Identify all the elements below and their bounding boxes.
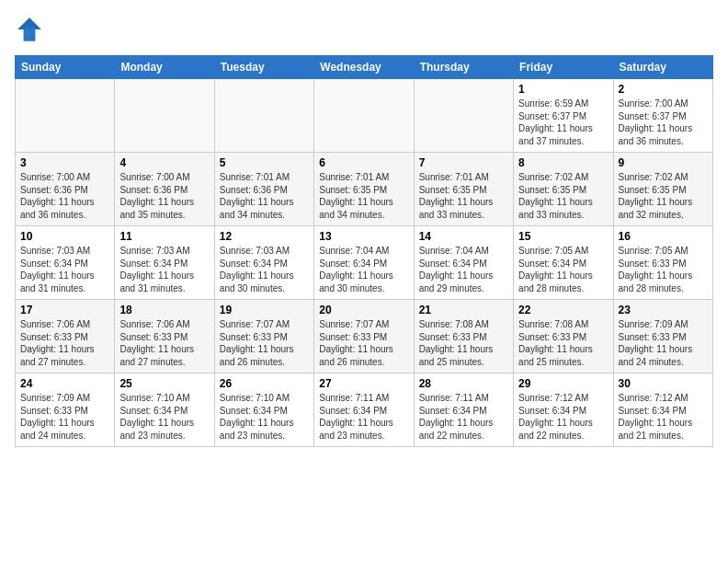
day-number: 24 bbox=[20, 377, 109, 390]
day-info: Sunrise: 7:01 AM Sunset: 6:36 PM Dayligh… bbox=[220, 171, 309, 221]
calendar-header-friday: Friday bbox=[514, 56, 613, 79]
calendar-cell: 5Sunrise: 7:01 AM Sunset: 6:36 PM Daylig… bbox=[214, 153, 313, 226]
calendar-cell: 17Sunrise: 7:06 AM Sunset: 6:33 PM Dayli… bbox=[16, 300, 115, 373]
calendar-cell bbox=[214, 79, 313, 153]
day-number: 19 bbox=[220, 304, 309, 316]
calendar-header-wednesday: Wednesday bbox=[314, 56, 414, 79]
calendar-cell: 21Sunrise: 7:08 AM Sunset: 6:33 PM Dayli… bbox=[414, 300, 513, 373]
day-info: Sunrise: 7:03 AM Sunset: 6:34 PM Dayligh… bbox=[119, 245, 209, 294]
calendar-header-tuesday: Tuesday bbox=[214, 56, 313, 79]
day-info: Sunrise: 7:09 AM Sunset: 6:33 PM Dayligh… bbox=[619, 318, 708, 368]
day-info: Sunrise: 7:10 AM Sunset: 6:34 PM Dayligh… bbox=[119, 392, 209, 442]
day-info: Sunrise: 7:00 AM Sunset: 6:36 PM Dayligh… bbox=[119, 171, 209, 221]
day-number: 18 bbox=[119, 304, 209, 316]
calendar-cell: 9Sunrise: 7:02 AM Sunset: 6:35 PM Daylig… bbox=[613, 153, 712, 226]
calendar-cell: 2Sunrise: 7:00 AM Sunset: 6:37 PM Daylig… bbox=[613, 79, 712, 153]
calendar-cell bbox=[16, 79, 115, 153]
calendar-cell bbox=[414, 79, 513, 153]
calendar-cell: 28Sunrise: 7:11 AM Sunset: 6:34 PM Dayli… bbox=[414, 373, 513, 447]
day-number: 30 bbox=[619, 377, 708, 390]
calendar-cell: 18Sunrise: 7:06 AM Sunset: 6:33 PM Dayli… bbox=[115, 300, 214, 373]
day-number: 4 bbox=[119, 156, 209, 169]
calendar-week-row: 24Sunrise: 7:09 AM Sunset: 6:33 PM Dayli… bbox=[16, 373, 713, 447]
calendar-cell: 25Sunrise: 7:10 AM Sunset: 6:34 PM Dayli… bbox=[115, 373, 214, 447]
logo bbox=[15, 15, 48, 44]
day-number: 23 bbox=[619, 304, 708, 316]
calendar-header-saturday: Saturday bbox=[613, 56, 712, 79]
day-number: 7 bbox=[419, 156, 508, 169]
day-info: Sunrise: 7:02 AM Sunset: 6:35 PM Dayligh… bbox=[619, 171, 708, 221]
day-number: 20 bbox=[319, 304, 408, 316]
calendar-cell: 27Sunrise: 7:11 AM Sunset: 6:34 PM Dayli… bbox=[314, 373, 414, 447]
calendar-cell: 20Sunrise: 7:07 AM Sunset: 6:33 PM Dayli… bbox=[314, 300, 414, 373]
calendar-week-row: 1Sunrise: 6:59 AM Sunset: 6:37 PM Daylig… bbox=[16, 79, 713, 153]
day-number: 13 bbox=[319, 230, 408, 243]
calendar-cell: 1Sunrise: 6:59 AM Sunset: 6:37 PM Daylig… bbox=[514, 79, 613, 153]
calendar-cell: 23Sunrise: 7:09 AM Sunset: 6:33 PM Dayli… bbox=[613, 300, 712, 373]
calendar-header-thursday: Thursday bbox=[414, 56, 513, 79]
calendar-header-monday: Monday bbox=[115, 56, 214, 79]
calendar-cell: 26Sunrise: 7:10 AM Sunset: 6:34 PM Dayli… bbox=[214, 373, 313, 447]
calendar-week-row: 17Sunrise: 7:06 AM Sunset: 6:33 PM Dayli… bbox=[16, 300, 713, 373]
calendar-cell: 11Sunrise: 7:03 AM Sunset: 6:34 PM Dayli… bbox=[115, 226, 214, 300]
day-info: Sunrise: 6:59 AM Sunset: 6:37 PM Dayligh… bbox=[518, 98, 608, 147]
svg-marker-1 bbox=[17, 17, 41, 29]
day-number: 25 bbox=[119, 377, 209, 390]
calendar-cell: 16Sunrise: 7:05 AM Sunset: 6:33 PM Dayli… bbox=[613, 226, 712, 300]
day-info: Sunrise: 7:04 AM Sunset: 6:34 PM Dayligh… bbox=[319, 245, 408, 294]
calendar-cell: 19Sunrise: 7:07 AM Sunset: 6:33 PM Dayli… bbox=[214, 300, 313, 373]
calendar-cell bbox=[115, 79, 214, 153]
calendar-cell: 30Sunrise: 7:12 AM Sunset: 6:34 PM Dayli… bbox=[613, 373, 712, 447]
day-info: Sunrise: 7:10 AM Sunset: 6:34 PM Dayligh… bbox=[220, 392, 309, 442]
day-info: Sunrise: 7:00 AM Sunset: 6:36 PM Dayligh… bbox=[20, 171, 109, 221]
day-info: Sunrise: 7:08 AM Sunset: 6:33 PM Dayligh… bbox=[419, 318, 508, 368]
page-header bbox=[15, 15, 713, 44]
day-number: 1 bbox=[518, 83, 608, 96]
calendar-header-sunday: Sunday bbox=[16, 56, 115, 79]
day-number: 21 bbox=[419, 304, 508, 316]
calendar-cell: 6Sunrise: 7:01 AM Sunset: 6:35 PM Daylig… bbox=[314, 153, 414, 226]
day-info: Sunrise: 7:11 AM Sunset: 6:34 PM Dayligh… bbox=[319, 392, 408, 442]
day-info: Sunrise: 7:06 AM Sunset: 6:33 PM Dayligh… bbox=[20, 318, 109, 368]
day-number: 3 bbox=[20, 156, 109, 169]
day-number: 9 bbox=[619, 156, 708, 169]
calendar-table: SundayMondayTuesdayWednesdayThursdayFrid… bbox=[15, 55, 713, 447]
day-info: Sunrise: 7:12 AM Sunset: 6:34 PM Dayligh… bbox=[619, 392, 708, 442]
day-number: 22 bbox=[518, 304, 608, 316]
day-info: Sunrise: 7:08 AM Sunset: 6:33 PM Dayligh… bbox=[518, 318, 608, 368]
day-number: 10 bbox=[20, 230, 109, 243]
calendar-cell: 15Sunrise: 7:05 AM Sunset: 6:34 PM Dayli… bbox=[514, 226, 613, 300]
calendar-cell: 29Sunrise: 7:12 AM Sunset: 6:34 PM Dayli… bbox=[514, 373, 613, 447]
calendar-cell: 3Sunrise: 7:00 AM Sunset: 6:36 PM Daylig… bbox=[16, 153, 115, 226]
day-info: Sunrise: 7:07 AM Sunset: 6:33 PM Dayligh… bbox=[220, 318, 309, 368]
calendar-cell: 14Sunrise: 7:04 AM Sunset: 6:34 PM Dayli… bbox=[414, 226, 513, 300]
day-info: Sunrise: 7:05 AM Sunset: 6:34 PM Dayligh… bbox=[518, 245, 608, 294]
day-info: Sunrise: 7:01 AM Sunset: 6:35 PM Dayligh… bbox=[319, 171, 408, 221]
calendar-cell: 22Sunrise: 7:08 AM Sunset: 6:33 PM Dayli… bbox=[514, 300, 613, 373]
day-info: Sunrise: 7:03 AM Sunset: 6:34 PM Dayligh… bbox=[20, 245, 109, 294]
day-number: 14 bbox=[419, 230, 508, 243]
calendar-week-row: 3Sunrise: 7:00 AM Sunset: 6:36 PM Daylig… bbox=[16, 153, 713, 226]
day-number: 2 bbox=[619, 83, 708, 96]
logo-icon bbox=[15, 15, 44, 44]
day-number: 11 bbox=[119, 230, 209, 243]
day-info: Sunrise: 7:05 AM Sunset: 6:33 PM Dayligh… bbox=[619, 245, 708, 294]
calendar-cell: 24Sunrise: 7:09 AM Sunset: 6:33 PM Dayli… bbox=[16, 373, 115, 447]
day-number: 5 bbox=[220, 156, 309, 169]
day-info: Sunrise: 7:02 AM Sunset: 6:35 PM Dayligh… bbox=[518, 171, 608, 221]
day-info: Sunrise: 7:01 AM Sunset: 6:35 PM Dayligh… bbox=[419, 171, 508, 221]
calendar-cell: 13Sunrise: 7:04 AM Sunset: 6:34 PM Dayli… bbox=[314, 226, 414, 300]
calendar-cell bbox=[314, 79, 414, 153]
calendar-header-row: SundayMondayTuesdayWednesdayThursdayFrid… bbox=[16, 56, 713, 79]
calendar-cell: 4Sunrise: 7:00 AM Sunset: 6:36 PM Daylig… bbox=[115, 153, 214, 226]
day-info: Sunrise: 7:12 AM Sunset: 6:34 PM Dayligh… bbox=[518, 392, 608, 442]
day-info: Sunrise: 7:00 AM Sunset: 6:37 PM Dayligh… bbox=[619, 98, 708, 147]
day-number: 17 bbox=[20, 304, 109, 316]
day-number: 15 bbox=[518, 230, 608, 243]
calendar-cell: 10Sunrise: 7:03 AM Sunset: 6:34 PM Dayli… bbox=[16, 226, 115, 300]
day-info: Sunrise: 7:04 AM Sunset: 6:34 PM Dayligh… bbox=[419, 245, 508, 294]
calendar-cell: 8Sunrise: 7:02 AM Sunset: 6:35 PM Daylig… bbox=[514, 153, 613, 226]
day-info: Sunrise: 7:11 AM Sunset: 6:34 PM Dayligh… bbox=[419, 392, 508, 442]
day-info: Sunrise: 7:09 AM Sunset: 6:33 PM Dayligh… bbox=[20, 392, 109, 442]
calendar-cell: 12Sunrise: 7:03 AM Sunset: 6:34 PM Dayli… bbox=[214, 226, 313, 300]
